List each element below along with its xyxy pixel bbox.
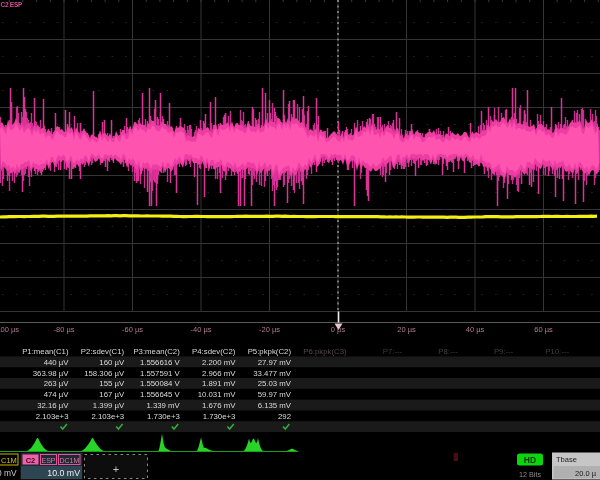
svg-text:10.031 mV: 10.031 mV — [198, 390, 237, 399]
svg-text:263 µV: 263 µV — [44, 379, 70, 388]
svg-text:27.97 mV: 27.97 mV — [258, 358, 292, 367]
svg-text:10.0 mV: 10.0 mV — [47, 468, 80, 478]
svg-text:2.200 mV: 2.200 mV — [202, 358, 236, 367]
svg-text:474 µV: 474 µV — [44, 390, 70, 399]
svg-text:-100 µs: -100 µs — [0, 325, 19, 334]
svg-text:363.98 µV: 363.98 µV — [33, 369, 70, 378]
svg-text:0 µs: 0 µs — [331, 325, 346, 334]
svg-text:P8:---: P8:--- — [438, 347, 458, 356]
svg-text:1.550084 V: 1.550084 V — [140, 379, 181, 388]
svg-text:HD: HD — [524, 455, 536, 465]
svg-text:-20 µs: -20 µs — [259, 325, 280, 334]
svg-text:1.557591 V: 1.557591 V — [140, 369, 181, 378]
svg-text:292: 292 — [278, 412, 291, 421]
svg-text:2.103e+3: 2.103e+3 — [91, 412, 124, 421]
svg-text:P3:mean(C2): P3:mean(C2) — [133, 347, 180, 356]
svg-text:P2:sdev(C1): P2:sdev(C1) — [81, 347, 125, 356]
svg-text:C2 ESP: C2 ESP — [1, 1, 23, 8]
svg-text:P6:pkpk(C3): P6:pkpk(C3) — [303, 347, 347, 356]
svg-text:P4:sdev(C2): P4:sdev(C2) — [192, 347, 236, 356]
svg-text:P7:---: P7:--- — [383, 347, 403, 356]
svg-text:-80 µs: -80 µs — [54, 325, 75, 334]
svg-text:59.97 mV: 59.97 mV — [258, 390, 292, 399]
svg-text:6.135 mV: 6.135 mV — [258, 401, 292, 410]
svg-text:12 Bits: 12 Bits — [519, 470, 541, 479]
svg-text:+: + — [113, 463, 119, 475]
svg-text:60 µs: 60 µs — [534, 325, 553, 334]
svg-text:155 µV: 155 µV — [99, 379, 125, 388]
svg-text:2.103e+3: 2.103e+3 — [36, 412, 69, 421]
svg-text:Tbase: Tbase — [556, 455, 577, 464]
svg-text:440 µV: 440 µV — [44, 358, 70, 367]
svg-text:0 mV: 0 mV — [0, 468, 17, 478]
svg-text:160 µV: 160 µV — [99, 358, 125, 367]
svg-text:1.676 mV: 1.676 mV — [202, 401, 236, 410]
svg-text:C1M: C1M — [1, 456, 17, 465]
svg-text:C2: C2 — [26, 456, 36, 465]
svg-text:20 µs: 20 µs — [397, 325, 416, 334]
svg-text:1.891 mV: 1.891 mV — [202, 379, 236, 388]
svg-text:P1:mean(C1): P1:mean(C1) — [22, 347, 69, 356]
svg-text:ESP: ESP — [41, 457, 55, 464]
svg-text:20.0 µ: 20.0 µ — [575, 469, 597, 478]
svg-text:167 µV: 167 µV — [99, 390, 125, 399]
svg-text:1.339 mV: 1.339 mV — [146, 401, 180, 410]
svg-text:1.730e+3: 1.730e+3 — [147, 412, 180, 421]
svg-text:DC1M: DC1M — [59, 457, 79, 464]
svg-text:P9:---: P9:--- — [494, 347, 514, 356]
svg-text:40 µs: 40 µs — [466, 325, 485, 334]
svg-text:2.966 mV: 2.966 mV — [202, 369, 236, 378]
svg-text:-40 µs: -40 µs — [191, 325, 212, 334]
svg-text:25.03 mV: 25.03 mV — [258, 379, 292, 388]
svg-text:158.306 µV: 158.306 µV — [84, 369, 125, 378]
svg-text:1.556616 V: 1.556616 V — [140, 358, 181, 367]
svg-text:P10:---: P10:--- — [545, 347, 569, 356]
svg-text:33.477 mV: 33.477 mV — [253, 369, 292, 378]
svg-text:1.399 µV: 1.399 µV — [93, 401, 125, 410]
svg-text:1.556645 V: 1.556645 V — [140, 390, 181, 399]
svg-text:1.730e+3: 1.730e+3 — [203, 412, 236, 421]
svg-text:P5:pkpk(C2): P5:pkpk(C2) — [248, 347, 292, 356]
svg-text:32.16 µV: 32.16 µV — [37, 401, 69, 410]
svg-text:-60 µs: -60 µs — [122, 325, 143, 334]
